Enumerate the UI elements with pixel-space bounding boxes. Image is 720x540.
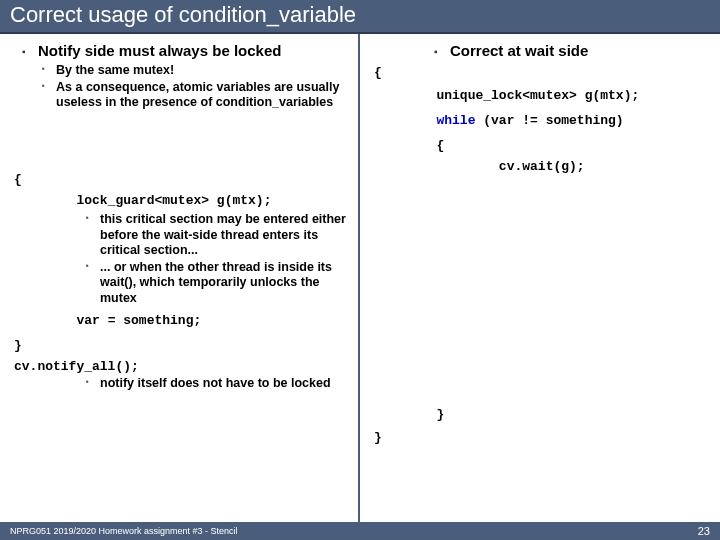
r-open: { bbox=[374, 65, 710, 80]
left-sub-1: By the same mutex! bbox=[56, 63, 348, 79]
code-open-brace: { bbox=[14, 172, 348, 187]
left-bottom-notes: notify itself does not have to be locked bbox=[100, 376, 348, 392]
r-close: } bbox=[374, 430, 710, 445]
left-note-3: notify itself does not have to be locked bbox=[100, 376, 348, 392]
left-note-1: this critical section may be entered eit… bbox=[100, 212, 348, 259]
r-wait: cv.wait(g); bbox=[374, 159, 710, 174]
code-notify: cv.notify_all(); bbox=[14, 359, 348, 374]
left-sub-2: As a consequence, atomic variables are u… bbox=[56, 80, 348, 111]
r-lock: unique_lock<mutex> g(mtx); bbox=[374, 88, 710, 103]
slide-body: Notify side must always be locked By the… bbox=[0, 34, 720, 522]
r-close2: } bbox=[374, 407, 710, 422]
r-while: while (var != something) bbox=[374, 113, 710, 128]
right-heading: Correct at wait side bbox=[450, 42, 710, 59]
left-column: Notify side must always be locked By the… bbox=[0, 34, 360, 522]
left-heading: Notify side must always be locked bbox=[38, 42, 348, 59]
page-number: 23 bbox=[698, 525, 710, 537]
slide: Correct usage of condition_variable Noti… bbox=[0, 0, 720, 540]
r-while-cond: (var != something) bbox=[475, 113, 623, 128]
code-close-brace: } bbox=[14, 338, 348, 353]
slide-title: Correct usage of condition_variable bbox=[0, 0, 720, 34]
footer-text: NPRG051 2019/2020 Homework assignment #3… bbox=[10, 526, 238, 536]
code-assign: var = something; bbox=[14, 313, 348, 328]
r-open2: { bbox=[374, 138, 710, 153]
right-column: Correct at wait side { unique_lock<mutex… bbox=[360, 34, 720, 522]
kw-while: while bbox=[374, 113, 475, 128]
footer: NPRG051 2019/2020 Homework assignment #3… bbox=[0, 522, 720, 540]
left-sub-list: By the same mutex! As a consequence, ato… bbox=[56, 63, 348, 111]
left-note-2: ... or when the other thread is inside i… bbox=[100, 260, 348, 307]
code-lockguard: lock_guard<mutex> g(mtx); bbox=[14, 193, 348, 208]
left-mid-notes: this critical section may be entered eit… bbox=[100, 212, 348, 307]
